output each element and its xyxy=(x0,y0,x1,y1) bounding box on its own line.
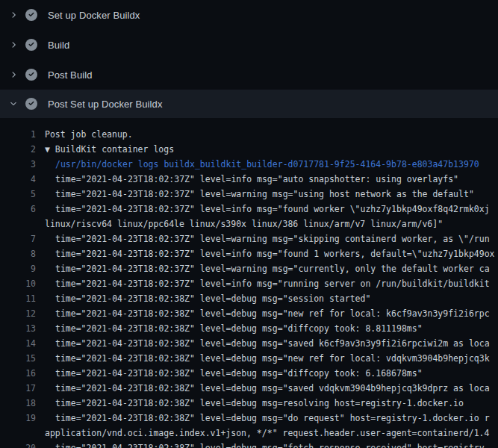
log-line-number[interactable]: 17 xyxy=(0,381,36,396)
log-line-text: time="2021-04-23T18:02:38Z" level=debug … xyxy=(45,366,423,381)
log-line: 18 time="2021-04-23T18:02:38Z" level=deb… xyxy=(0,396,498,411)
log-line-number[interactable]: 9 xyxy=(0,261,36,276)
log-line-number[interactable]: 7 xyxy=(0,231,36,246)
check-circle-icon xyxy=(25,39,37,51)
log-line: 2 ▼ BuildKit container logs xyxy=(0,142,498,157)
log-line-text: time="2021-04-23T18:02:38Z" level=debug … xyxy=(45,411,490,426)
log-line-number[interactable]: 10 xyxy=(0,276,36,291)
step-label: Post Build xyxy=(48,69,93,81)
log-line: 20 time="2021-04-23T18:02:38Z" level=deb… xyxy=(0,441,498,448)
log-line-number[interactable]: 14 xyxy=(0,336,36,351)
log-line-number[interactable]: 8 xyxy=(0,246,36,261)
log-line-text: time="2021-04-23T18:02:37Z" level=info m… xyxy=(45,246,495,261)
log-line-number[interactable]: 13 xyxy=(0,321,36,336)
log-line: 1 Post job cleanup. xyxy=(0,127,498,142)
log-line-number[interactable]: 2 xyxy=(0,142,36,157)
log-line-number[interactable]: 20 xyxy=(0,441,36,448)
log-line-number xyxy=(0,426,36,441)
actions-log-viewer: Set up Docker Buildx Build Post Build xyxy=(0,0,498,448)
log-line-text: time="2021-04-23T18:02:37Z" level=warnin… xyxy=(45,187,474,202)
log-line-number[interactable]: 12 xyxy=(0,306,36,321)
log-line-text: time="2021-04-23T18:02:38Z" level=debug … xyxy=(45,396,464,411)
log-line-text: Post job cleanup. xyxy=(45,127,133,142)
log-line-number[interactable]: 5 xyxy=(0,187,36,202)
log-line: 10 time="2021-04-23T18:02:37Z" level=inf… xyxy=(0,276,498,291)
log-line-number[interactable]: 3 xyxy=(0,157,36,172)
log-line: 16 time="2021-04-23T18:02:38Z" level=deb… xyxy=(0,366,498,381)
log-line-number xyxy=(0,217,36,231)
log-line-text: time="2021-04-23T18:02:37Z" level=info m… xyxy=(45,202,490,217)
log-line-text: time="2021-04-23T18:02:38Z" level=debug … xyxy=(45,336,490,351)
log-line-text: linux/riscv64 linux/ppc64le linux/s390x … xyxy=(45,217,443,231)
step-label: Build xyxy=(48,40,69,51)
log-line: 12 time="2021-04-23T18:02:38Z" level=deb… xyxy=(0,306,498,321)
step-row-post-set-up-docker-buildx[interactable]: Post Set up Docker Buildx xyxy=(0,90,498,118)
step-label: Post Set up Docker Buildx xyxy=(48,99,163,110)
check-circle-icon xyxy=(25,9,37,21)
log-line-text: time="2021-04-23T18:02:37Z" level=info m… xyxy=(45,172,458,187)
chevron-right-icon xyxy=(9,40,18,49)
log-line-text: /usr/bin/docker logs buildx_buildkit_bui… xyxy=(45,157,479,172)
log-line-text: application/vnd.oci.image.index.v1+json,… xyxy=(45,426,489,441)
log-line: 7 time="2021-04-23T18:02:37Z" level=warn… xyxy=(0,231,498,246)
log-line: 15 time="2021-04-23T18:02:38Z" level=deb… xyxy=(0,351,498,366)
log-line: 19 time="2021-04-23T18:02:38Z" level=deb… xyxy=(0,411,498,426)
chevron-down-icon xyxy=(9,99,18,108)
log-line-number[interactable]: 1 xyxy=(0,127,36,142)
log-output: 1 Post job cleanup. 2 ▼ BuildKit contain… xyxy=(0,118,498,448)
log-line-number[interactable]: 6 xyxy=(0,202,36,217)
log-line: 17 time="2021-04-23T18:02:38Z" level=deb… xyxy=(0,381,498,396)
chevron-right-icon xyxy=(9,10,18,19)
log-line: 5 time="2021-04-23T18:02:37Z" level=warn… xyxy=(0,187,498,202)
log-line-number[interactable]: 11 xyxy=(0,291,36,306)
log-line: 8 time="2021-04-23T18:02:37Z" level=info… xyxy=(0,246,498,261)
log-line-text: time="2021-04-23T18:02:38Z" level=debug … xyxy=(45,381,490,396)
log-line-text: time="2021-04-23T18:02:37Z" level=warnin… xyxy=(45,261,490,276)
log-line-number[interactable]: 16 xyxy=(0,366,36,381)
log-line-number[interactable]: 19 xyxy=(0,411,36,426)
log-line: 3 /usr/bin/docker logs buildx_buildkit_b… xyxy=(0,157,498,172)
log-line-text: time="2021-04-23T18:02:37Z" level=warnin… xyxy=(45,231,490,246)
log-line: linux/riscv64 linux/ppc64le linux/s390x … xyxy=(0,217,498,231)
log-line-number[interactable]: 18 xyxy=(0,396,36,411)
log-line-number[interactable]: 4 xyxy=(0,172,36,187)
log-line: 11 time="2021-04-23T18:02:38Z" level=deb… xyxy=(0,291,498,306)
chevron-right-icon xyxy=(7,39,19,51)
chevron-right-icon xyxy=(7,9,19,21)
log-line-text: time="2021-04-23T18:02:37Z" level=info m… xyxy=(45,276,490,291)
step-row-post-build[interactable]: Post Build xyxy=(0,60,498,90)
step-label: Set up Docker Buildx xyxy=(48,10,140,21)
log-line: 4 time="2021-04-23T18:02:37Z" level=info… xyxy=(0,172,498,187)
log-line-text: time="2021-04-23T18:02:38Z" level=debug … xyxy=(45,321,423,336)
log-group-toggle[interactable]: ▼ BuildKit container logs xyxy=(45,142,174,157)
step-row-build[interactable]: Build xyxy=(0,30,498,60)
log-line-number[interactable]: 15 xyxy=(0,351,36,366)
log-line: 9 time="2021-04-23T18:02:37Z" level=warn… xyxy=(0,261,498,276)
chevron-right-icon xyxy=(7,69,19,81)
check-circle-icon xyxy=(25,69,37,81)
log-line: 14 time="2021-04-23T18:02:38Z" level=deb… xyxy=(0,336,498,351)
step-list: Set up Docker Buildx Build Post Build xyxy=(0,0,498,118)
log-line-text: time="2021-04-23T18:02:38Z" level=debug … xyxy=(45,306,490,321)
check-circle-icon xyxy=(25,98,37,110)
log-line-text: time="2021-04-23T18:02:38Z" level=debug … xyxy=(45,351,490,366)
chevron-right-icon xyxy=(9,70,18,79)
log-line: 6 time="2021-04-23T18:02:37Z" level=info… xyxy=(0,202,498,217)
step-row-set-up-docker-buildx[interactable]: Set up Docker Buildx xyxy=(0,0,498,30)
log-line-text: time="2021-04-23T18:02:38Z" level=debug … xyxy=(45,441,490,448)
log-line: application/vnd.oci.image.index.v1+json,… xyxy=(0,426,498,441)
chevron-down-icon xyxy=(7,98,19,110)
log-line-text: time="2021-04-23T18:02:38Z" level=debug … xyxy=(45,291,370,306)
log-line: 13 time="2021-04-23T18:02:38Z" level=deb… xyxy=(0,321,498,336)
